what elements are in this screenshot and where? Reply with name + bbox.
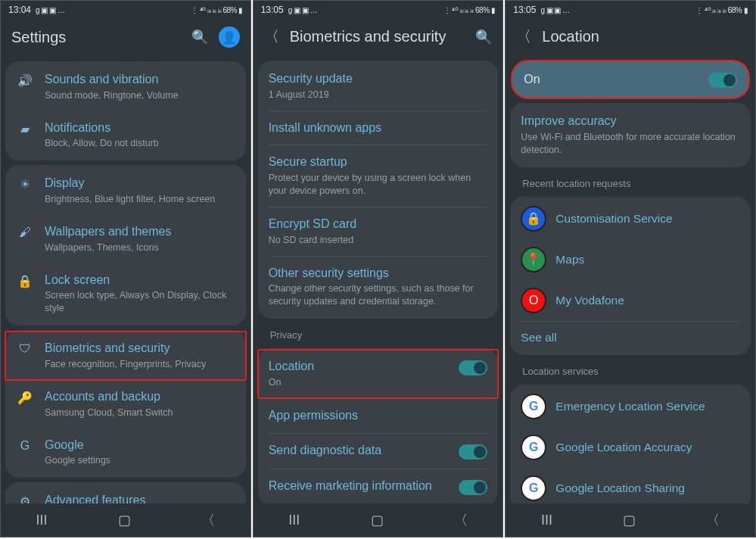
header: Settings 🔍 👤 xyxy=(1,19,250,57)
clock: 13:05 xyxy=(261,5,284,15)
back-icon[interactable]: 〈 xyxy=(516,26,531,47)
row-title: Send diagnostic data xyxy=(269,443,449,459)
settings-row[interactable]: 🔒Lock screenScreen lock type, Always On … xyxy=(5,263,246,325)
section-services: Location services xyxy=(510,360,751,380)
settings-list[interactable]: 🔊Sounds and vibrationSound mode, Rington… xyxy=(1,57,250,503)
phone-location: 13:05 g ▣ ▣ … ⋮ ⁴ᴳ ᵢₗₗ ᵢₗₗ ᵢₗₗ 68% ▮ 〈 L… xyxy=(505,0,756,537)
row-title: Google xyxy=(45,438,235,453)
improve-title: Improve accuracy xyxy=(521,114,740,129)
app-label: Maps xyxy=(555,253,584,266)
row-icon: 🖌 xyxy=(16,224,34,239)
row-icon: ☀ xyxy=(16,176,34,192)
row-sub: Screen lock type, Always On Display, Clo… xyxy=(45,289,235,315)
app-label: My Vodafone xyxy=(555,294,624,307)
row-icon: ⚙ xyxy=(16,493,34,503)
recent-app-row[interactable]: 🔒Customisation Service xyxy=(510,198,751,239)
privacy-row[interactable]: Send diagnostic data xyxy=(258,434,499,469)
row-icon: G xyxy=(16,438,34,453)
settings-row[interactable]: GGoogleGoogle settings xyxy=(5,428,246,477)
search-icon[interactable]: 🔍 xyxy=(191,29,208,45)
recents-button[interactable]: III xyxy=(278,508,310,533)
settings-row[interactable]: 🖌Wallpapers and themesWallpapers, Themes… xyxy=(5,215,246,263)
status-bar: 13:05 g ▣ ▣ … ⋮ ⁴ᴳ ᵢₗₗ ᵢₗₗ ᵢₗₗ 68% ▮ xyxy=(506,1,755,19)
location-service-row[interactable]: GGoogle Location Sharing xyxy=(510,468,751,503)
phone-settings: 13:04 g ▣ ▣ … ⋮ ⁴ᴳ ᵢₗₗ ᵢₗₗ ᵢₗₗ 68% ▮ Set… xyxy=(0,0,251,537)
clock: 13:04 xyxy=(8,5,31,15)
security-row[interactable]: Secure startupProtect your device by usi… xyxy=(258,145,499,207)
row-title: Location xyxy=(269,359,449,375)
clock: 13:05 xyxy=(513,5,536,15)
settings-row[interactable]: ▰NotificationsBlock, Allow, Do not distu… xyxy=(5,111,246,160)
settings-row[interactable]: ☀DisplayBrightness, Blue light filter, H… xyxy=(5,167,246,215)
biometrics-list[interactable]: Security update1 August 2019Install unkn… xyxy=(254,56,503,503)
home-button[interactable]: ▢ xyxy=(107,507,142,533)
section-privacy: Privacy xyxy=(258,323,499,344)
toggle[interactable] xyxy=(459,480,487,495)
location-master-toggle-row[interactable]: On xyxy=(512,61,749,98)
location-toggle[interactable] xyxy=(708,73,737,88)
settings-row[interactable]: 🔑Accounts and backupSamsung Cloud, Smart… xyxy=(5,380,246,428)
page-title: Location xyxy=(542,28,745,45)
settings-row[interactable]: 🔊Sounds and vibrationSound mode, Rington… xyxy=(5,63,246,111)
service-label: Google Location Sharing xyxy=(555,481,685,495)
back-button[interactable]: 〈 xyxy=(191,506,226,534)
privacy-row[interactable]: App permissions xyxy=(258,399,499,433)
privacy-row[interactable]: LocationOn xyxy=(258,350,499,398)
improve-sub: Use Wi-Fi and Bluetooth for more accurat… xyxy=(521,131,740,157)
see-all-button[interactable]: See all xyxy=(510,322,751,354)
settings-row[interactable]: 🛡Biometrics and securityFace recognition… xyxy=(5,332,246,380)
phone-biometrics: 13:05 g ▣ ▣ … ⋮ ⁴ᴳ ᵢₗₗ ᵢₗₗ ᵢₗₗ 68% ▮ 〈 B… xyxy=(253,0,504,537)
section-recent: Recent location requests xyxy=(510,172,751,192)
app-icon: O xyxy=(521,288,546,313)
security-row[interactable]: Encrypt SD cardNo SD card inserted xyxy=(258,207,499,256)
row-icon: 🔑 xyxy=(16,389,34,405)
app-icon: 🔒 xyxy=(521,206,546,232)
row-sub: Brightness, Blue light filter, Home scre… xyxy=(45,193,235,206)
toggle[interactable] xyxy=(459,444,487,460)
row-sub: Sound mode, Ringtone, Volume xyxy=(45,89,235,102)
app-label: Customisation Service xyxy=(555,212,672,226)
home-button[interactable]: ▢ xyxy=(612,507,646,533)
row-sub: Change other security settings, such as … xyxy=(269,282,488,308)
app-icon: G xyxy=(521,394,546,419)
row-title: Security update xyxy=(269,71,488,87)
privacy-row[interactable]: Receive marketing information xyxy=(258,469,499,503)
toggle[interactable] xyxy=(459,360,487,375)
status-icons-left: g ▣ ▣ … xyxy=(288,6,317,14)
row-sub: Google settings xyxy=(45,454,235,467)
row-icon: 🔊 xyxy=(16,72,34,88)
back-icon[interactable]: 〈 xyxy=(264,26,279,47)
recent-app-row[interactable]: OMy Vodafone xyxy=(510,280,751,321)
security-row[interactable]: Other security settingsChange other secu… xyxy=(258,257,499,318)
status-bar: 13:05 g ▣ ▣ … ⋮ ⁴ᴳ ᵢₗₗ ᵢₗₗ ᵢₗₗ 68% ▮ xyxy=(254,1,503,19)
service-label: Google Location Accuracy xyxy=(555,441,692,454)
row-sub: 1 August 2019 xyxy=(269,89,488,101)
row-icon: 🛡 xyxy=(16,341,34,356)
home-button[interactable]: ▢ xyxy=(360,507,394,533)
row-sub: Face recognition, Fingerprints, Privacy xyxy=(45,358,235,371)
row-sub: Samsung Cloud, Smart Switch xyxy=(45,407,235,419)
row-icon: ▰ xyxy=(16,120,34,136)
back-button[interactable]: 〈 xyxy=(443,506,478,534)
status-bar: 13:04 g ▣ ▣ … ⋮ ⁴ᴳ ᵢₗₗ ᵢₗₗ ᵢₗₗ 68% ▮ xyxy=(1,1,250,19)
recents-button[interactable]: III xyxy=(26,508,58,533)
security-row[interactable]: Security update1 August 2019 xyxy=(258,62,499,111)
profile-avatar[interactable]: 👤 xyxy=(219,26,240,48)
recents-button[interactable]: III xyxy=(530,508,563,533)
row-title: Notifications xyxy=(45,120,235,136)
nav-bar: III ▢ 〈 xyxy=(1,503,250,537)
location-service-row[interactable]: GEmergency Location Service xyxy=(510,386,751,427)
search-icon[interactable]: 🔍 xyxy=(475,29,492,45)
location-list[interactable]: On Improve accuracy Use Wi-Fi and Blueto… xyxy=(506,56,755,503)
back-button[interactable]: 〈 xyxy=(695,506,730,534)
service-label: Emergency Location Service xyxy=(555,400,705,413)
security-row[interactable]: Install unknown apps xyxy=(258,111,499,145)
improve-accuracy-row[interactable]: Improve accuracy Use Wi-Fi and Bluetooth… xyxy=(510,104,751,166)
header: 〈 Biometrics and security 🔍 xyxy=(254,19,503,56)
row-sub: Protect your device by using a screen lo… xyxy=(269,172,488,198)
row-title: Secure startup xyxy=(269,154,488,170)
recent-app-row[interactable]: 📍Maps xyxy=(510,239,751,280)
settings-row[interactable]: ⚙Advanced featuresMotions and gestures, … xyxy=(5,484,246,503)
location-service-row[interactable]: GGoogle Location Accuracy xyxy=(510,427,751,468)
row-title: Other security settings xyxy=(269,266,488,282)
